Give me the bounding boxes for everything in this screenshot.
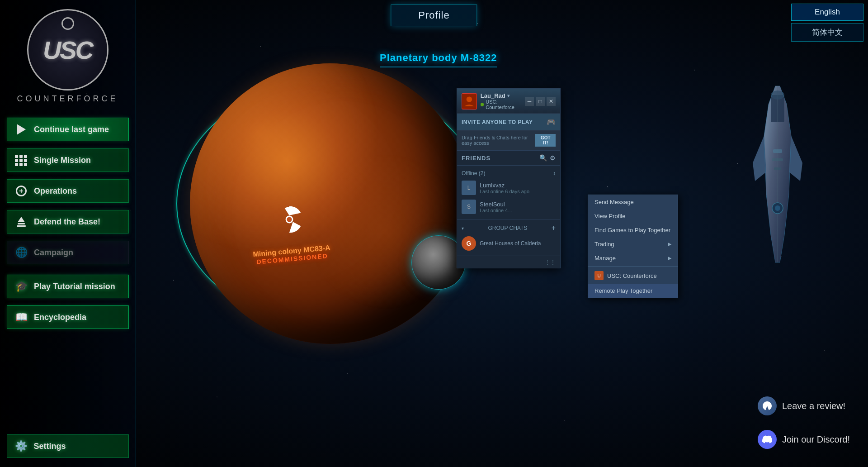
encyclopedia-label: Encyclopedia	[34, 313, 86, 322]
group-calderia-avatar: G	[462, 236, 476, 251]
join-discord-button[interactable]: Join our Discord!	[749, 425, 859, 453]
online-indicator	[481, 103, 484, 106]
operations-label: Operations	[34, 186, 77, 196]
offline-section: Offline (2) ↕ L Lumixvaz Last online 6 d…	[457, 166, 560, 219]
discord-label: Join our Discord!	[782, 434, 850, 445]
context-menu: Send Message View Profile Find Games to …	[588, 195, 678, 298]
leave-review-button[interactable]: Leave a review!	[749, 392, 859, 420]
continue-label: Continue last game	[34, 125, 109, 134]
operations-button[interactable]: Operations	[7, 179, 129, 203]
offline-label: Offline (2)	[462, 170, 486, 176]
user-avatar	[462, 93, 477, 110]
defend-base-label: Defend the Base!	[34, 217, 100, 227]
profile-button[interactable]: Profile	[391, 5, 477, 26]
play-icon	[14, 122, 28, 137]
context-usc-game[interactable]: U USC: Counterforce	[588, 267, 678, 284]
tutorial-label: Play Tutorial mission	[34, 282, 115, 291]
campaign-button[interactable]: 🌐 Campaign	[7, 241, 129, 264]
panel-controls: ─ □ ✕	[525, 97, 556, 106]
grid-icon	[14, 153, 28, 167]
steelsoul-info: SteelSoul Last online 4...	[480, 201, 556, 213]
language-selector: English 简体中文	[791, 4, 863, 42]
lang-english-label: English	[815, 8, 840, 16]
search-friends-button[interactable]: 🔍	[539, 154, 547, 162]
steam-user-info: Lau_Rad ▾ USC: Counterforce	[462, 92, 525, 110]
svg-rect-9	[772, 158, 783, 161]
radiation-symbol	[274, 204, 305, 235]
planetary-body-label: Planetary body M-8322	[380, 52, 497, 64]
sidebar: USC COUNTERFORCE Continue last game	[0, 0, 136, 467]
lang-chinese-label: 简体中文	[812, 28, 843, 37]
logo-container: USC COUNTERFORCE	[18, 9, 118, 109]
lang-chinese-button[interactable]: 简体中文	[791, 23, 863, 42]
group-chats-arrow: ▾	[462, 226, 464, 231]
lumixvaz-info: Lumixvaz Last online 6 days ago	[480, 182, 556, 194]
secondary-menu-section: 🎓 Play Tutorial mission 📖 Encyclopedia	[7, 275, 128, 333]
encyclopedia-button[interactable]: 📖 Encyclopedia	[7, 305, 129, 329]
single-mission-label: Single Mission	[34, 156, 91, 165]
defend-icon	[14, 214, 28, 229]
steelsoul-name: SteelSoul	[480, 201, 556, 208]
spacecraft-decoration	[750, 81, 805, 272]
context-separator	[588, 266, 678, 267]
encyclopedia-icon: 📖	[14, 310, 28, 324]
friend-item-steelsoul[interactable]: S SteelSoul Last online 4...	[462, 197, 556, 216]
steelsoul-avatar: S	[462, 200, 476, 214]
panel-bottom: ⋮⋮	[457, 256, 560, 268]
defend-base-button[interactable]: Defend the Base!	[7, 210, 129, 234]
svg-rect-10	[774, 167, 781, 170]
lang-english-button[interactable]: English	[791, 4, 863, 21]
profile-label: Profile	[418, 10, 449, 21]
lumixvaz-name: Lumixvaz	[480, 182, 556, 189]
friends-header: FRIENDS 🔍 ⚙	[457, 151, 560, 166]
group-chats-header: ▾ GROUP CHATS +	[462, 222, 556, 234]
steam-friends-panel: Lau_Rad ▾ USC: Counterforce ─ □ ✕ INVITE…	[457, 88, 561, 268]
user-details: Lau_Rad ▾ USC: Counterforce	[481, 92, 525, 110]
lumixvaz-avatar: L	[462, 181, 476, 195]
context-find-games[interactable]: Find Games to Play Together	[588, 223, 678, 237]
username-arrow-icon: ▾	[507, 93, 509, 98]
planet-glow	[190, 63, 470, 344]
group-chats-label: GROUP CHATS	[488, 225, 527, 231]
user-game-status: USC: Counterforce	[481, 99, 525, 110]
maximize-button[interactable]: □	[536, 97, 545, 106]
friends-settings-button[interactable]: ⚙	[550, 154, 556, 162]
globe-icon: 🌐	[14, 245, 28, 260]
group-item-calderia[interactable]: G Great Houses of Calderia	[462, 234, 556, 253]
usc-game-label: USC: Counterforce	[607, 272, 657, 279]
settings-gear-icon: ⚙️	[14, 439, 28, 453]
svg-point-1	[287, 217, 292, 222]
main-menu-section: Continue last game Single Mission	[7, 118, 128, 268]
got-it-button[interactable]: GOT IT!	[535, 134, 556, 147]
context-trading[interactable]: Trading ▶	[588, 237, 678, 251]
steam-panel-header: Lau_Rad ▾ USC: Counterforce ─ □ ✕	[457, 89, 560, 114]
close-button[interactable]: ✕	[547, 97, 556, 106]
single-mission-button[interactable]: Single Mission	[7, 148, 129, 172]
context-manage[interactable]: Manage ▶	[588, 251, 678, 265]
logo-text: USC	[43, 35, 92, 65]
context-view-profile[interactable]: View Profile	[588, 209, 678, 223]
target-icon	[14, 184, 28, 198]
username-display: Lau_Rad ▾	[481, 92, 525, 99]
minimize-button[interactable]: ─	[525, 97, 534, 106]
logo-circle: USC	[27, 9, 108, 91]
usc-game-icon: U	[594, 271, 604, 280]
context-remote-play[interactable]: Remote Play Together	[588, 284, 678, 298]
context-send-message[interactable]: Send Message	[588, 195, 678, 209]
steam-icon	[758, 396, 777, 415]
svg-point-12	[775, 205, 780, 211]
settings-button[interactable]: ⚙️ Settings	[7, 434, 129, 458]
tutorial-button[interactable]: 🎓 Play Tutorial mission	[7, 275, 129, 298]
friends-controls: 🔍 ⚙	[539, 154, 556, 162]
svg-rect-8	[773, 149, 782, 153]
invite-anyone-section: INVITE ANYONE TO PLAY 🎮	[457, 114, 560, 130]
bottom-right-actions: Leave a review! Join our Discord!	[749, 392, 859, 453]
add-group-button[interactable]: +	[552, 224, 556, 232]
trading-arrow-icon: ▶	[668, 241, 671, 247]
friend-item-lumixvaz[interactable]: L Lumixvaz Last online 6 days ago	[462, 178, 556, 197]
offline-header: Offline (2) ↕	[462, 168, 556, 178]
svg-point-15	[467, 96, 472, 102]
manage-arrow-icon: ▶	[668, 255, 671, 261]
settings-label: Settings	[34, 442, 66, 451]
continue-button[interactable]: Continue last game	[7, 118, 129, 141]
